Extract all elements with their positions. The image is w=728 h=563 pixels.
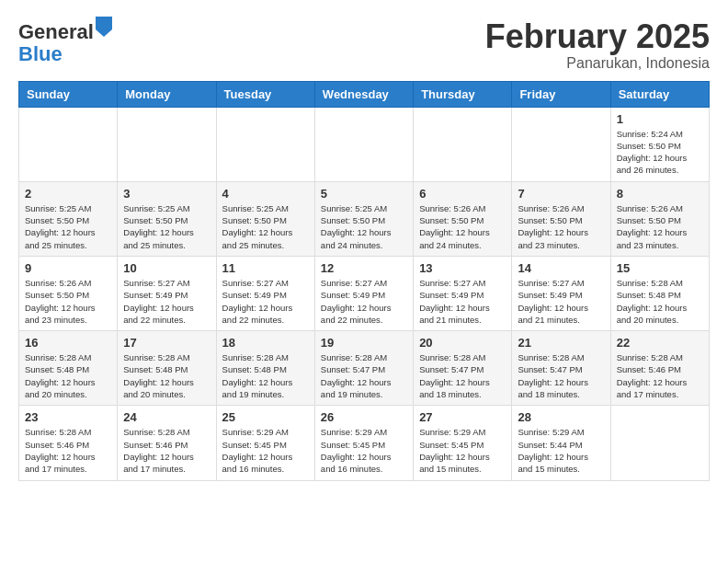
table-row: 10Sunrise: 5:27 AM Sunset: 5:49 PM Dayli… [118, 256, 216, 330]
table-row: 20Sunrise: 5:28 AM Sunset: 5:47 PM Dayli… [414, 331, 512, 406]
col-thursday: Thursday [414, 81, 512, 107]
table-row: 16Sunrise: 5:28 AM Sunset: 5:48 PM Dayli… [19, 331, 118, 406]
calendar-table: Sunday Monday Tuesday Wednesday Thursday… [18, 81, 710, 481]
table-row [610, 406, 709, 480]
day-number: 18 [222, 336, 309, 350]
col-saturday: Saturday [610, 81, 709, 107]
day-info: Sunrise: 5:28 AM Sunset: 5:46 PM Dayligh… [123, 426, 210, 475]
day-number: 2 [25, 187, 111, 201]
table-row: 5Sunrise: 5:25 AM Sunset: 5:50 PM Daylig… [314, 181, 413, 256]
table-row [19, 107, 118, 181]
table-row: 3Sunrise: 5:25 AM Sunset: 5:50 PM Daylig… [118, 181, 216, 256]
day-info: Sunrise: 5:24 AM Sunset: 5:50 PM Dayligh… [617, 128, 703, 177]
day-number: 19 [321, 336, 407, 350]
table-row: 26Sunrise: 5:29 AM Sunset: 5:45 PM Dayli… [314, 406, 413, 480]
calendar-week-row: 9Sunrise: 5:26 AM Sunset: 5:50 PM Daylig… [19, 256, 710, 330]
day-number: 17 [123, 336, 210, 350]
col-sunday: Sunday [19, 81, 118, 107]
table-row: 8Sunrise: 5:26 AM Sunset: 5:50 PM Daylig… [610, 181, 709, 256]
day-info: Sunrise: 5:27 AM Sunset: 5:49 PM Dayligh… [321, 277, 407, 326]
day-number: 26 [321, 410, 407, 424]
day-number: 11 [222, 261, 309, 275]
table-row: 18Sunrise: 5:28 AM Sunset: 5:48 PM Dayli… [216, 331, 314, 406]
table-row: 23Sunrise: 5:28 AM Sunset: 5:46 PM Dayli… [19, 406, 118, 480]
day-info: Sunrise: 5:28 AM Sunset: 5:46 PM Dayligh… [617, 351, 703, 400]
title-block: February 2025 Panarukan, Indonesia [485, 18, 710, 72]
table-row: 1Sunrise: 5:24 AM Sunset: 5:50 PM Daylig… [610, 107, 709, 181]
table-row: 9Sunrise: 5:26 AM Sunset: 5:50 PM Daylig… [19, 256, 118, 330]
table-row [216, 107, 314, 181]
day-info: Sunrise: 5:27 AM Sunset: 5:49 PM Dayligh… [518, 277, 604, 326]
col-tuesday: Tuesday [216, 81, 314, 107]
day-number: 10 [123, 261, 210, 275]
day-info: Sunrise: 5:29 AM Sunset: 5:45 PM Dayligh… [419, 426, 506, 475]
day-number: 24 [123, 410, 210, 424]
day-info: Sunrise: 5:28 AM Sunset: 5:46 PM Dayligh… [25, 426, 111, 475]
svg-marker-0 [96, 17, 112, 37]
day-info: Sunrise: 5:28 AM Sunset: 5:47 PM Dayligh… [419, 351, 506, 400]
day-number: 28 [518, 410, 604, 424]
day-info: Sunrise: 5:28 AM Sunset: 5:48 PM Dayligh… [123, 351, 210, 400]
day-number: 1 [617, 112, 703, 126]
calendar-week-row: 23Sunrise: 5:28 AM Sunset: 5:46 PM Dayli… [19, 406, 710, 480]
table-row [314, 107, 413, 181]
table-row: 28Sunrise: 5:29 AM Sunset: 5:44 PM Dayli… [512, 406, 610, 480]
table-row: 19Sunrise: 5:28 AM Sunset: 5:47 PM Dayli… [314, 331, 413, 406]
day-number: 13 [419, 261, 506, 275]
day-info: Sunrise: 5:29 AM Sunset: 5:45 PM Dayligh… [321, 426, 407, 475]
col-wednesday: Wednesday [314, 81, 413, 107]
logo-blue: Blue [18, 42, 63, 65]
day-info: Sunrise: 5:27 AM Sunset: 5:49 PM Dayligh… [222, 277, 309, 326]
day-info: Sunrise: 5:29 AM Sunset: 5:45 PM Dayligh… [222, 426, 309, 475]
day-info: Sunrise: 5:26 AM Sunset: 5:50 PM Dayligh… [25, 277, 111, 326]
day-number: 6 [419, 187, 506, 201]
day-number: 22 [617, 336, 703, 350]
day-number: 21 [518, 336, 604, 350]
day-info: Sunrise: 5:25 AM Sunset: 5:50 PM Dayligh… [222, 202, 309, 251]
col-monday: Monday [118, 81, 216, 107]
table-row: 7Sunrise: 5:26 AM Sunset: 5:50 PM Daylig… [512, 181, 610, 256]
table-row: 14Sunrise: 5:27 AM Sunset: 5:49 PM Dayli… [512, 256, 610, 330]
day-number: 8 [617, 187, 703, 201]
table-row: 12Sunrise: 5:27 AM Sunset: 5:49 PM Dayli… [314, 256, 413, 330]
table-row: 25Sunrise: 5:29 AM Sunset: 5:45 PM Dayli… [216, 406, 314, 480]
day-info: Sunrise: 5:26 AM Sunset: 5:50 PM Dayligh… [518, 202, 604, 251]
table-row [118, 107, 216, 181]
day-number: 7 [518, 187, 604, 201]
day-number: 20 [419, 336, 506, 350]
table-row: 17Sunrise: 5:28 AM Sunset: 5:48 PM Dayli… [118, 331, 216, 406]
table-row: 22Sunrise: 5:28 AM Sunset: 5:46 PM Dayli… [610, 331, 709, 406]
day-number: 16 [25, 336, 111, 350]
day-number: 3 [123, 187, 210, 201]
day-number: 12 [321, 261, 407, 275]
month-title: February 2025 [485, 18, 710, 55]
table-row: 13Sunrise: 5:27 AM Sunset: 5:49 PM Dayli… [414, 256, 512, 330]
table-row [512, 107, 610, 181]
day-info: Sunrise: 5:27 AM Sunset: 5:49 PM Dayligh… [419, 277, 506, 326]
day-number: 4 [222, 187, 309, 201]
day-number: 5 [321, 187, 407, 201]
table-row: 6Sunrise: 5:26 AM Sunset: 5:50 PM Daylig… [414, 181, 512, 256]
day-info: Sunrise: 5:25 AM Sunset: 5:50 PM Dayligh… [25, 202, 111, 251]
logo: General Blue [18, 18, 112, 65]
day-info: Sunrise: 5:25 AM Sunset: 5:50 PM Dayligh… [123, 202, 210, 251]
table-row [414, 107, 512, 181]
day-info: Sunrise: 5:28 AM Sunset: 5:47 PM Dayligh… [518, 351, 604, 400]
table-row: 21Sunrise: 5:28 AM Sunset: 5:47 PM Dayli… [512, 331, 610, 406]
day-number: 23 [25, 410, 111, 424]
table-row: 15Sunrise: 5:28 AM Sunset: 5:48 PM Dayli… [610, 256, 709, 330]
calendar-header-row: Sunday Monday Tuesday Wednesday Thursday… [19, 81, 710, 107]
table-row: 4Sunrise: 5:25 AM Sunset: 5:50 PM Daylig… [216, 181, 314, 256]
day-number: 25 [222, 410, 309, 424]
day-info: Sunrise: 5:28 AM Sunset: 5:48 PM Dayligh… [617, 277, 703, 326]
day-info: Sunrise: 5:29 AM Sunset: 5:44 PM Dayligh… [518, 426, 604, 475]
day-info: Sunrise: 5:28 AM Sunset: 5:47 PM Dayligh… [321, 351, 407, 400]
day-info: Sunrise: 5:25 AM Sunset: 5:50 PM Dayligh… [321, 202, 407, 251]
table-row: 2Sunrise: 5:25 AM Sunset: 5:50 PM Daylig… [19, 181, 118, 256]
day-info: Sunrise: 5:28 AM Sunset: 5:48 PM Dayligh… [222, 351, 309, 400]
day-info: Sunrise: 5:26 AM Sunset: 5:50 PM Dayligh… [617, 202, 703, 251]
day-number: 15 [617, 261, 703, 275]
page-header: General Blue February 2025 Panarukan, In… [18, 18, 710, 72]
table-row: 24Sunrise: 5:28 AM Sunset: 5:46 PM Dayli… [118, 406, 216, 480]
day-number: 27 [419, 410, 506, 424]
